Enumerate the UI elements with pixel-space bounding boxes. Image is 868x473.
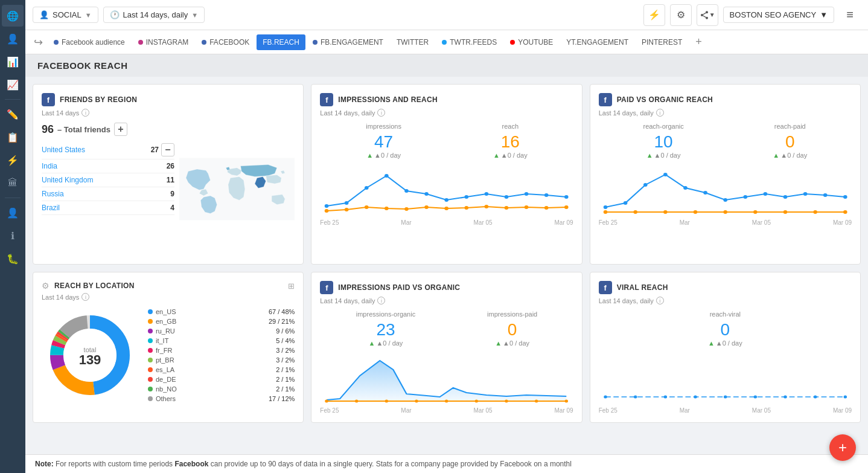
expand-icon[interactable]: ⊞ — [288, 282, 295, 291]
country-name-brazil[interactable]: Brazil — [42, 204, 60, 212]
sidebar-item-info[interactable]: ℹ — [2, 225, 24, 246]
hamburger-menu[interactable]: ≡ — [839, 4, 861, 26]
country-count-russia: 9 — [170, 190, 174, 198]
svg-point-83 — [753, 396, 757, 399]
tab-fb-reach[interactable]: FB.REACH — [257, 34, 305, 50]
settings-button[interactable]: ⚙ — [670, 4, 692, 26]
impressions-chart — [320, 164, 573, 218]
sidebar-divider-2 — [5, 198, 21, 198]
info-icon[interactable]: i — [656, 109, 664, 117]
tab-facebook-audience[interactable]: Facebook audience — [48, 34, 131, 50]
country-name-russia[interactable]: Russia — [42, 190, 64, 198]
card-header: f VIRAL REACH — [599, 281, 852, 294]
sidebar-item-building[interactable]: 🏛 — [2, 172, 24, 194]
tab-pinterest[interactable]: PINTEREST — [636, 34, 688, 50]
metric-change: ▲▲0 / day — [356, 339, 415, 347]
fb-icon: f — [320, 281, 333, 294]
fab-button[interactable]: + — [829, 434, 856, 461]
svg-point-29 — [525, 205, 529, 209]
svg-point-34 — [643, 183, 648, 187]
sidebar-item-users[interactable]: 👤 — [2, 28, 24, 50]
share-button[interactable]: ▼ — [697, 4, 718, 26]
impressions-reach-card: f IMPRESSIONS AND REACH Last 14 days, da… — [311, 84, 582, 265]
lightning-button[interactable]: ⚡ — [643, 4, 665, 26]
info-icon[interactable]: i — [377, 297, 385, 304]
nav-tabs: ↪ Facebook audience INSTAGRAM FACEBOOK F… — [25, 30, 868, 54]
svg-point-9 — [385, 174, 389, 178]
tab-back-button[interactable]: ↪ — [30, 33, 46, 51]
info-icon[interactable]: i — [656, 297, 664, 304]
tab-fb-engagement[interactable]: FB.ENGAGEMENT — [307, 34, 389, 50]
metric-impressions-paid: impressions-paid 0 ▲▲0 / day — [487, 311, 537, 347]
svg-point-15 — [505, 195, 509, 199]
agency-label: BOSTON SEO AGENCY — [730, 10, 817, 19]
metric-viral: reach-viral 0 ▲▲0 / day — [708, 311, 742, 347]
svg-point-50 — [753, 210, 758, 214]
svg-point-18 — [564, 195, 569, 199]
donut-chart: total 139 — [42, 310, 138, 401]
social-selector[interactable]: 👤 SOCIAL ▼ — [33, 7, 98, 23]
country-row-russia: Russia 9 — [42, 187, 174, 201]
tab-twtr-feeds[interactable]: TWTR.FEEDS — [436, 34, 503, 50]
chart-x-labels: Feb 25 Mar Mar 05 Mar 09 — [599, 219, 852, 226]
tab-facebook[interactable]: FACEBOOK — [196, 34, 255, 50]
sidebar-item-person[interactable]: 👤 — [2, 202, 24, 224]
tab-dot — [138, 40, 143, 45]
country-name-us[interactable]: United States — [42, 146, 85, 154]
daterange-selector[interactable]: 🕐 Last 14 days, daily ▼ — [103, 7, 205, 23]
country-name-india[interactable]: India — [42, 162, 57, 170]
settings-icon[interactable]: ⚙ — [42, 281, 49, 291]
tab-youtube[interactable]: YOUTUBE — [504, 34, 559, 50]
sidebar-item-bug[interactable]: 🐛 — [2, 248, 24, 269]
tab-twitter[interactable]: TWITTER — [391, 34, 435, 50]
fab-plus-icon: + — [838, 439, 847, 456]
svg-point-51 — [783, 210, 787, 214]
svg-point-71 — [415, 400, 419, 403]
svg-point-16 — [525, 192, 529, 196]
legend-dot — [148, 348, 153, 353]
info-icon[interactable]: i — [81, 293, 89, 301]
legend-row: en_GB 29 / 21% — [148, 317, 295, 326]
legend-dot — [148, 319, 153, 324]
collapse-btn-us[interactable]: − — [161, 143, 174, 156]
tab-add-button[interactable]: + — [692, 33, 706, 51]
card-header: f FRIENDS BY REGION — [42, 93, 295, 106]
sidebar-item-globe[interactable]: 🌐 — [2, 5, 24, 27]
country-count-india: 26 — [167, 162, 174, 170]
svg-line-4 — [703, 13, 706, 14]
metric-value: 0 — [708, 320, 742, 339]
sidebar-item-pen[interactable]: ✏️ — [2, 103, 24, 125]
social-label: SOCIAL — [53, 10, 81, 19]
sidebar-item-flash[interactable]: ⚡ — [2, 149, 24, 171]
legend-dot — [148, 377, 153, 382]
legend-row: fr_FR 3 / 2% — [148, 346, 295, 355]
svg-point-72 — [445, 400, 448, 403]
info-icon[interactable]: i — [81, 109, 89, 117]
svg-point-28 — [505, 206, 509, 210]
card-subtitle: Last 14 days i — [42, 293, 295, 301]
legend-row: pt_BR 3 / 2% — [148, 355, 295, 365]
metric-value: 10 — [643, 132, 683, 152]
metric-change: ▲▲0 / day — [366, 152, 401, 159]
sidebar-item-trending[interactable]: 📈 — [2, 74, 24, 95]
daterange-label: Last 14 days, daily — [123, 10, 188, 19]
svg-point-0 — [706, 11, 708, 13]
sidebar-item-chart[interactable]: 📊 — [2, 51, 24, 72]
metrics: reach-viral 0 ▲▲0 / day — [599, 311, 852, 347]
tab-instagram[interactable]: INSTAGRAM — [132, 34, 194, 50]
metric-label: reach-organic — [643, 123, 683, 130]
metrics: impressions-organic 23 ▲▲0 / day impress… — [320, 311, 573, 347]
country-count-brazil: 4 — [170, 204, 174, 212]
bottom-note: Note: For reports with custom time perio… — [25, 454, 868, 473]
agency-selector[interactable]: BOSTON SEO AGENCY ▼ — [723, 7, 834, 23]
legend-dot — [148, 358, 153, 362]
country-name-uk[interactable]: United Kingdom — [42, 176, 93, 184]
sidebar-item-clipboard[interactable]: 📋 — [2, 126, 24, 148]
fb-icon: f — [320, 93, 333, 106]
metric-label: reach — [493, 123, 528, 130]
expand-btn[interactable]: + — [114, 123, 127, 136]
svg-point-27 — [485, 205, 489, 208]
legend-dot — [148, 367, 153, 372]
info-icon[interactable]: i — [377, 109, 385, 117]
tab-yt-engagement[interactable]: YT.ENGAGEMENT — [560, 34, 634, 50]
